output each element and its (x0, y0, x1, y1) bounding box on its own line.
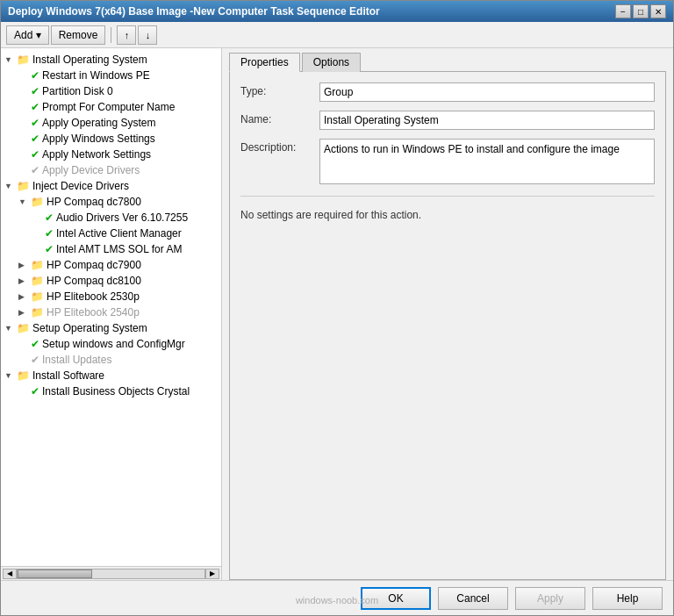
type-property-row: Type: (240, 82, 655, 102)
title-bar: Deploy Windows 7(x64) Base Image -New Co… (1, 1, 673, 22)
main-window: Deploy Windows 7(x64) Base Image -New Co… (0, 0, 674, 616)
tree-item-inject-device-drivers[interactable]: ▼ 📁 Inject Device Drivers (1, 178, 221, 194)
name-property-row: Name: (240, 111, 655, 130)
tree-item-label: Install Updates (42, 354, 111, 366)
name-value-box (319, 111, 655, 130)
tree-item-audio-drivers[interactable]: ✔ Audio Drivers Ver 6.10.7255 (1, 210, 221, 226)
toolbar-separator (111, 27, 111, 43)
toolbar: Add ▾ Remove ↑ ↓ (1, 22, 673, 48)
description-label: Description: (240, 139, 319, 154)
tree-item-install-software-group[interactable]: ▼ 📁 Install Software (1, 368, 221, 383)
apply-button[interactable]: Apply (515, 587, 585, 610)
type-input[interactable] (319, 82, 655, 102)
ok-button[interactable]: OK (361, 587, 431, 610)
cancel-button[interactable]: Cancel (438, 587, 508, 610)
status-ok-icon: ✔ (31, 85, 39, 97)
tabs-bar: Properties Options (222, 48, 673, 71)
folder-icon: 📁 (17, 180, 30, 192)
tab-content-properties: Type: Name: Description: Action (229, 71, 666, 580)
maximize-button[interactable]: □ (633, 4, 649, 18)
subgroup-icon: 📁 (31, 259, 44, 271)
tree-item-label: Install Business Objects Crystal (42, 385, 190, 398)
tree-item-setup-windows-configmgr[interactable]: ✔ Setup windows and ConfigMgr (1, 336, 221, 352)
tree-item-label: Apply Device Drivers (42, 164, 140, 176)
tree-item-apply-operating-system[interactable]: ✔ Apply Operating System (1, 115, 221, 131)
tree-item-intel-active-client[interactable]: ✔ Intel Active Client Manager (1, 226, 221, 241)
add-button[interactable]: Add ▾ (6, 25, 49, 45)
folder-icon: 📁 (17, 369, 30, 382)
expand-icon: ▼ (4, 55, 17, 64)
subgroup-icon: 📁 (31, 275, 44, 287)
description-property-row: Description: Actions to run in Windows P… (240, 139, 655, 187)
tree-item-hp-elitebook-2540p[interactable]: ▶ 📁 HP Elitebook 2540p (1, 304, 221, 320)
expand-icon: ▶ (18, 261, 31, 269)
expand-icon: ▼ (4, 371, 17, 380)
name-input[interactable] (319, 111, 655, 130)
status-disabled-icon: ✔ (31, 164, 39, 176)
scroll-right-button[interactable]: ▶ (205, 569, 219, 579)
tree-item-label: Setup windows and ConfigMgr (42, 338, 185, 350)
description-textarea[interactable]: Actions to run in Windows PE to install … (319, 139, 655, 184)
expand-icon: ▶ (18, 308, 31, 317)
tree-view[interactable]: ▼ 📁 Install Operating System ✔ Restart i… (1, 48, 221, 566)
tree-item-hp-compaq-dc7800[interactable]: ▼ 📁 HP Compaq dc7800 (1, 194, 221, 210)
tree-item-partition-disk0[interactable]: ✔ Partition Disk 0 (1, 83, 221, 99)
tree-item-apply-windows-settings[interactable]: ✔ Apply Windows Settings (1, 131, 221, 147)
tree-item-setup-os-group[interactable]: ▼ 📁 Setup Operating System (1, 320, 221, 336)
type-label: Type: (240, 82, 319, 97)
name-label: Name: (240, 111, 319, 125)
tree-item-label: Intel AMT LMS SOL for AM (56, 243, 182, 255)
subgroup-icon: 📁 (31, 290, 44, 303)
no-settings-text: No settings are required for this action… (240, 205, 655, 225)
help-button[interactable]: Help (592, 587, 663, 610)
scroll-left-button[interactable]: ◀ (3, 569, 17, 579)
minimize-button[interactable]: − (615, 4, 631, 18)
folder-icon: 📁 (17, 322, 30, 334)
status-ok-icon: ✔ (45, 243, 54, 255)
tree-item-install-business-objects[interactable]: ✔ Install Business Objects Crystal (1, 383, 221, 399)
tab-properties[interactable]: Properties (229, 53, 300, 72)
status-disabled-icon: ✔ (31, 354, 39, 366)
status-ok-icon: ✔ (45, 227, 54, 240)
tree-item-install-os-group[interactable]: ▼ 📁 Install Operating System (1, 52, 221, 68)
tree-item-label: Restart in Windows PE (42, 69, 150, 82)
move-up-button[interactable]: ↑ (117, 25, 136, 45)
tree-item-install-updates[interactable]: ✔ Install Updates (1, 352, 221, 368)
tree-item-hp-elitebook-2530p[interactable]: ▶ 📁 HP Elitebook 2530p (1, 289, 221, 304)
tree-item-label: HP Elitebook 2540p (47, 306, 140, 319)
scroll-thumb (18, 569, 92, 578)
tree-item-label: Setup Operating System (32, 322, 147, 334)
tree-item-label: Partition Disk 0 (42, 85, 113, 97)
status-ok-icon: ✔ (45, 211, 54, 224)
tree-item-apply-network-settings[interactable]: ✔ Apply Network Settings (1, 147, 221, 162)
right-panel: Properties Options Type: Name: (222, 48, 673, 580)
expand-icon: ▶ (18, 292, 31, 301)
close-button[interactable]: ✕ (650, 4, 666, 18)
status-ok-icon: ✔ (31, 338, 39, 350)
tab-options[interactable]: Options (302, 53, 361, 72)
move-down-button[interactable]: ↓ (138, 25, 157, 45)
tree-item-intel-amt-lms[interactable]: ✔ Intel AMT LMS SOL for AM (1, 241, 221, 257)
tree-item-label: Intel Active Client Manager (56, 227, 182, 240)
type-value-box (319, 82, 655, 102)
expand-icon: ▼ (18, 197, 31, 206)
tree-item-prompt-computer-name[interactable]: ✔ Prompt For Computer Name (1, 99, 221, 115)
window-title: Deploy Windows 7(x64) Base Image -New Co… (8, 5, 380, 18)
tree-item-label: Inject Device Drivers (32, 180, 129, 192)
tree-item-label: Install Software (32, 369, 104, 382)
status-ok-icon: ✔ (31, 148, 39, 161)
tree-item-label: Apply Network Settings (42, 148, 151, 161)
tree-item-hp-compaq-dc8100[interactable]: ▶ 📁 HP Compaq dc8100 (1, 273, 221, 289)
subgroup-icon: 📁 (31, 196, 44, 208)
folder-icon: 📁 (17, 54, 30, 66)
horizontal-scrollbar[interactable] (17, 569, 205, 579)
tree-item-restart-windows-pe[interactable]: ✔ Restart in Windows PE (1, 68, 221, 83)
tree-item-label: HP Elitebook 2530p (47, 290, 140, 303)
tree-item-hp-compaq-dc7900[interactable]: ▶ 📁 HP Compaq dc7900 (1, 257, 221, 273)
tree-item-apply-device-drivers[interactable]: ✔ Apply Device Drivers (1, 162, 221, 178)
subgroup-disabled-icon: 📁 (31, 306, 44, 319)
tree-item-label: HP Compaq dc7800 (47, 196, 141, 208)
horizontal-scrollbar-container: ◀ ▶ (1, 566, 221, 580)
tree-item-label: HP Compaq dc8100 (47, 275, 141, 287)
remove-button[interactable]: Remove (51, 25, 106, 45)
